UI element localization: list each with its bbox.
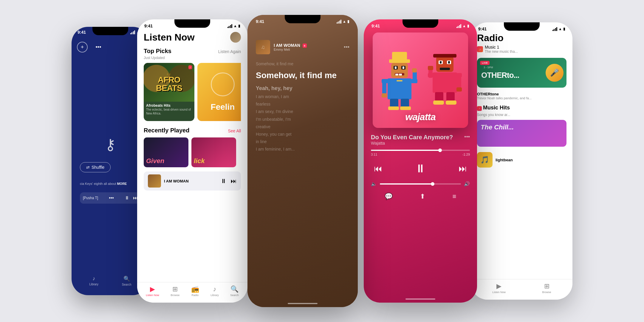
live-time: 3 - 5PM [484, 66, 493, 69]
description-text: cia Keys' eighth all about [80, 182, 116, 185]
more-options-button[interactable]: ••• [93, 42, 104, 52]
more-options-button[interactable]: ••• [344, 44, 349, 50]
listen-now-icon: ▶ [496, 282, 501, 290]
nav-browse[interactable]: ⊞ Browse [542, 282, 551, 294]
nav-listen-now[interactable]: ▶ Listen Now [492, 282, 506, 294]
more-button[interactable]: ••• [109, 195, 114, 201]
nav-radio[interactable]: 📻 Radio [191, 285, 199, 297]
nav-listen-now[interactable]: ▶ Listen Now [146, 285, 159, 297]
progress-bar [371, 150, 470, 151]
svg-rect-23 [433, 54, 456, 58]
user-avatar[interactable] [230, 32, 241, 43]
afrobeats-art: ♪♪ AFROBEATS ♪ [144, 63, 194, 102]
home-indicator [405, 298, 435, 300]
phone-2-listen-now: 9:41 ▲ ▮ Listen Now Top Picks Listen Aga… [137, 19, 247, 303]
time-display: 3:11 -1:29 [371, 153, 470, 156]
lightbean-item[interactable]: 🎵 lightbean [477, 150, 566, 170]
lyric-ghost-1: Somehow, it find me [256, 60, 349, 68]
phone-2-content: Listen Now Top Picks Listen Again Just U… [137, 30, 247, 192]
lyrics-button[interactable]: 💬 [385, 193, 393, 200]
song-info: I AM WOMAN E Emmy Meli [274, 43, 340, 51]
hits-label: Music Hits [483, 105, 510, 111]
phone-5-content: Radio ♪ Music 1 The new music tha... LIV… [471, 32, 572, 170]
airplay-button[interactable]: ⬆ [420, 193, 425, 200]
afrobeats-art-text: ♪♪ AFROBEATS ♪ [153, 69, 185, 95]
fast-forward-button[interactable]: ⏭ [459, 164, 467, 174]
phone-5-status-icons: ▲ ▮ [552, 27, 565, 31]
given-card[interactable]: Given [144, 137, 188, 167]
nav-library[interactable]: ♪ Library [89, 275, 98, 286]
wajatta-label: wajatta [405, 112, 435, 123]
feeling-card[interactable]: Feelin [197, 63, 241, 121]
rewind-button[interactable]: ⏮ [374, 164, 382, 174]
svg-rect-10 [388, 78, 411, 99]
more-options-button[interactable]: ••• [464, 134, 470, 140]
svg-rect-11 [397, 80, 402, 81]
wifi-icon: ▲ [558, 27, 562, 31]
svg-rect-18 [390, 99, 398, 108]
afrobeats-card[interactable]: ♪♪ AFROBEATS ♪ Afrobeats Hits The eclect… [144, 63, 194, 121]
artist-name: Emmy Meli [274, 48, 340, 51]
other-tone-card[interactable]: LIVE 3 - 5PM OTHERto... 🎤 [477, 58, 566, 88]
hits-card[interactable]: The Chill... [477, 120, 566, 147]
shuffle-icon: ⇄ [86, 165, 90, 170]
phone-2-time: 9:41 [144, 24, 153, 28]
hits-subtitle: Songs you know ar... [477, 113, 566, 117]
svg-rect-2 [391, 63, 408, 78]
pause-button[interactable]: ⏸ [415, 162, 426, 175]
lick-card[interactable]: lick [191, 137, 236, 167]
now-playing-bar: ♫ I AM WOMAN E Emmy Meli ••• [256, 40, 349, 54]
phone-5-radio: 9:41 ▲ ▮ Radio ♪ Music 1 The new music t… [471, 22, 572, 300]
svg-rect-34 [456, 87, 462, 92]
listen-now-header: Listen Now [144, 30, 241, 43]
lyric-ghost-6: I am feminine, I am... [256, 145, 349, 153]
afrobeats-label: Afrobeats Hits The eclectic, beat-driven… [144, 102, 194, 117]
svg-rect-0 [392, 52, 407, 60]
phone-4-notch [402, 19, 438, 28]
progress-fill [371, 150, 440, 151]
see-all-button[interactable]: See All [228, 129, 241, 133]
battery-icon: ▮ [563, 27, 565, 31]
pause-button[interactable]: ⏸ [221, 178, 227, 185]
bottom-action-icons: 💬 ⬆ ≡ [371, 193, 470, 200]
mini-player-controls: ⏸ ⏭ [221, 178, 237, 185]
home-indicator [288, 303, 318, 304]
svg-rect-6 [402, 66, 404, 69]
svg-rect-36 [435, 92, 443, 102]
volume-bar[interactable] [380, 183, 461, 185]
lightbean-thumb: 🎵 [477, 152, 493, 168]
skip-button[interactable]: ⏭ [231, 178, 237, 185]
mini-player[interactable]: I AM WOMAN ⏸ ⏭ [144, 171, 241, 191]
listen-now-icon: ▶ [150, 285, 155, 293]
mini-player-thumb [148, 174, 161, 188]
more-link[interactable]: MORE [117, 182, 127, 185]
add-button[interactable]: + [77, 42, 88, 52]
key-icon: ⚷ [77, 136, 144, 153]
svg-rect-5 [395, 66, 397, 69]
recent-cards: Given lick [144, 137, 241, 167]
svg-rect-15 [413, 71, 417, 83]
nav-library[interactable]: ♪ Library [210, 285, 219, 297]
album-description: cia Keys' eighth all about MORE [80, 181, 141, 186]
nav-search[interactable]: 🔍 Search [230, 285, 239, 297]
phone-4-status-icons: ▲ ▮ [456, 24, 469, 28]
now-playing-title: [Pusha T] [83, 196, 98, 200]
battery-icon: ▮ [238, 24, 240, 28]
shuffle-button[interactable]: ⇄ Shuffle [80, 162, 111, 172]
show-name: OTHERtone [477, 92, 566, 96]
nav-browse[interactable]: ⊞ Browse [171, 285, 179, 297]
svg-rect-19 [401, 99, 409, 108]
nav-search[interactable]: 🔍 Search [122, 275, 131, 286]
progress-bar-container[interactable]: 3:11 -1:29 [371, 150, 470, 156]
phone-2-notch [174, 19, 210, 28]
mini-player-info: I AM WOMAN [164, 179, 221, 183]
search-icon: 🔍 [230, 285, 239, 293]
svg-rect-16 [382, 93, 387, 97]
queue-button[interactable]: ≡ [452, 193, 456, 200]
library-label: Library [210, 294, 219, 297]
signal-icon [552, 27, 558, 31]
given-label: Given [146, 157, 164, 165]
radio-label: Radio [191, 294, 199, 297]
play-pause-button[interactable]: ⏸ [125, 195, 129, 201]
left-character-svg [382, 50, 417, 110]
